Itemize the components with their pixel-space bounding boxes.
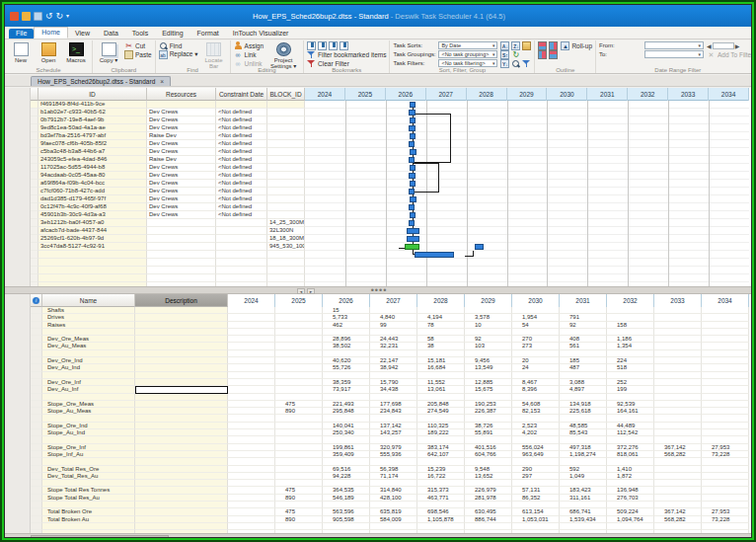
value-cell[interactable]: 38,942 [370,364,417,371]
value-cell[interactable] [370,436,417,443]
selected-description-cell[interactable] [135,386,228,393]
constraint-date-cell[interactable]: <Not defined [216,148,267,156]
column-header-constraint-date[interactable]: Constraint Date [216,88,267,101]
value-cell[interactable] [275,372,323,379]
value-cell[interactable] [275,415,323,422]
id-cell[interactable]: b1ab02e7-c933-40b5-62 [38,109,147,116]
value-cell[interactable]: 4,194 [417,314,465,321]
value-cell[interactable]: 234,843 [370,408,417,415]
value-cell[interactable]: 199,861 [323,444,370,451]
value-cell[interactable]: 1,094,764 [607,516,654,523]
value-cell[interactable] [323,436,370,443]
row-marker[interactable] [31,219,38,227]
row-info-cell[interactable] [31,466,42,473]
row-info-cell[interactable] [31,473,42,480]
sortmy-icon[interactable]: S↕ [500,50,509,59]
task-sorts-dropdown[interactable]: By Date▾ [438,41,497,49]
value-cell[interactable]: 364,535 [323,487,370,494]
value-cell[interactable]: 44,489 [607,423,654,429]
name-cell[interactable]: Stope Total Res_Au [42,495,135,502]
value-cell[interactable]: 1,049 [560,473,607,480]
value-cell[interactable] [228,307,275,314]
row-info-cell[interactable] [31,364,42,371]
constraint-date-cell[interactable]: <Not defined [216,164,267,172]
value-cell[interactable] [275,343,323,349]
value-cell[interactable] [702,436,749,443]
value-cell[interactable] [275,357,323,364]
value-cell[interactable] [228,401,275,408]
id-cell[interactable]: 243059c5-efea-4dad-846 [38,156,147,164]
constraint-date-cell[interactable]: <Not defined [216,109,267,116]
value-cell[interactable] [370,394,417,401]
value-cell[interactable]: 428,100 [370,495,417,502]
value-cell[interactable]: 568,282 [654,516,702,523]
value-cell[interactable]: 48,585 [560,423,607,429]
qat-caret-icon[interactable]: ▾ [66,12,69,21]
block-id-cell[interactable] [267,124,305,132]
assign-button[interactable]: Assign [234,41,265,49]
value-cell[interactable]: 698,546 [417,508,465,515]
value-cell[interactable] [275,314,323,321]
resources-cell[interactable]: Dev Crews [147,124,216,132]
value-cell[interactable] [228,516,275,523]
name-cell[interactable] [42,415,135,422]
constraint-date-cell[interactable]: <Not defined [216,203,267,211]
name-cell[interactable]: Dev_Ore_Meas [42,336,135,343]
value-cell[interactable]: 16,684 [417,364,465,371]
value-cell[interactable] [228,408,275,415]
task-bar[interactable] [410,181,416,187]
value-cell[interactable]: 9,548 [465,466,512,473]
task-bar[interactable] [409,189,415,194]
constraint-date-cell[interactable] [216,219,267,227]
task-bar[interactable] [410,165,416,171]
value-cell[interactable] [560,394,607,401]
constraint-date-cell[interactable] [216,274,267,282]
block-id-cell[interactable] [267,251,305,259]
block-id-cell[interactable] [267,148,305,156]
value-cell[interactable] [228,436,275,443]
value-cell[interactable] [275,394,323,401]
value-cell[interactable] [228,451,275,458]
value-cell[interactable] [370,350,417,357]
resources-cell[interactable]: Dev Crews [147,148,216,156]
paste-button[interactable]: Paste [124,50,152,58]
value-cell[interactable] [228,495,275,502]
block-id-cell[interactable] [267,203,305,211]
value-cell[interactable]: 13,061 [417,386,465,393]
id-cell[interactable]: 25269cf1-620b-4b97-9d [38,235,147,243]
value-cell[interactable]: 199 [607,386,654,393]
name-cell[interactable] [42,350,135,357]
description-cell[interactable] [135,314,228,321]
year-header[interactable]: 2033 [654,294,702,307]
row-info-cell[interactable] [31,394,42,401]
value-cell[interactable] [275,350,323,357]
description-cell[interactable] [135,451,228,458]
constraint-date-cell[interactable]: <Not defined [216,124,267,132]
year-header[interactable]: 2034 [702,294,749,307]
value-cell[interactable] [654,423,702,429]
value-cell[interactable]: 635,819 [370,508,417,515]
out2-icon[interactable] [538,50,547,59]
id-cell[interactable]: 3eb1212b-ba0f-4057-a0 [38,219,147,227]
column-header-block-id[interactable]: BLOCK_ID [267,88,305,101]
value-cell[interactable] [702,364,749,371]
row-marker[interactable] [31,251,38,259]
value-cell[interactable] [417,502,465,508]
description-cell[interactable] [135,322,228,329]
year-header[interactable]: 2030 [547,88,587,101]
row-marker[interactable] [31,140,38,148]
value-cell[interactable]: 401,516 [465,444,512,451]
value-cell[interactable]: 92 [560,322,607,329]
sortaz-icon[interactable]: A↓ [500,41,509,50]
description-cell[interactable] [135,466,228,473]
row-marker[interactable] [31,164,38,172]
task-bar[interactable] [475,244,484,250]
task-bar[interactable] [409,173,416,179]
tab-format[interactable]: Format [190,29,226,39]
block-id-cell[interactable] [267,156,305,164]
value-cell[interactable]: 205,848 [417,401,465,408]
value-cell[interactable]: 58 [417,336,465,343]
name-cell[interactable] [42,436,135,443]
name-cell[interactable]: Stope_Au_Ind [42,429,135,436]
year-header[interactable]: 2025 [345,88,386,101]
